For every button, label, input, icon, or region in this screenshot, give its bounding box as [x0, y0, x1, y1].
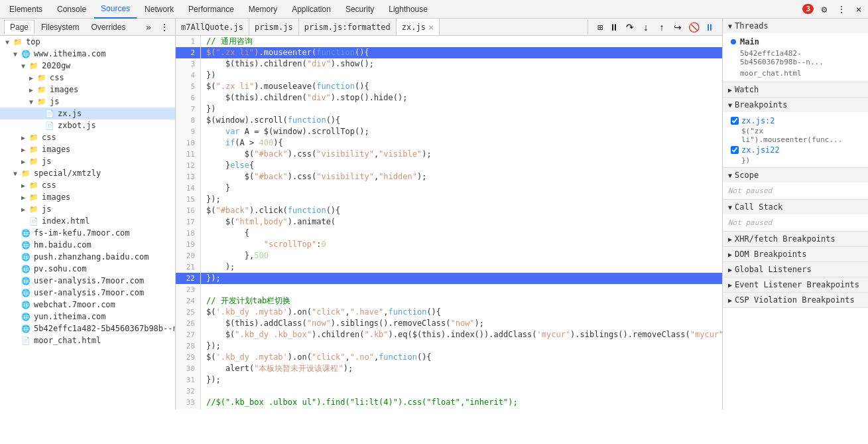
tree-item-css3[interactable]: ▶ 📁 css — [0, 179, 175, 191]
bp-check-1[interactable] — [731, 117, 739, 125]
step-over-btn[interactable]: ↷ — [623, 20, 637, 35]
tree-item-indexhtml[interactable]: ▶ 📄 index.html — [0, 215, 175, 227]
thread-dot-main — [731, 39, 736, 44]
tree-item-yun[interactable]: ▶ 🌐 yun.itheima.com — [0, 311, 175, 323]
tab-application[interactable]: Application — [285, 0, 338, 19]
tree-item-itheima[interactable]: ▼ 🌐 www.itheima.com — [0, 48, 175, 60]
tree-label-2020gw: 2020gw — [42, 61, 70, 70]
bp-check-2[interactable] — [731, 146, 739, 154]
tree-item-zxjs[interactable]: ▶ 📄 zx.js — [0, 108, 175, 119]
tab-sources[interactable]: Sources — [94, 0, 137, 19]
bp-item-2[interactable]: zx.jsi22 — [728, 144, 863, 156]
sub-tab-overrides[interactable]: Overrides — [86, 21, 131, 34]
tree-item-user2[interactable]: ▶ 🌐 user-analysis.7moor.com — [0, 287, 175, 299]
event-header[interactable]: ▶ Event Listener Breakpoints — [723, 277, 868, 292]
tab-lighthouse[interactable]: Lighthouse — [382, 0, 434, 19]
tree-item-images1[interactable]: ▶ 📁 images — [0, 84, 175, 96]
csp-header[interactable]: ▶ CSP Violation Breakpoints — [723, 293, 868, 307]
bp-code-1: $("zx li").mouseenter(func... — [728, 127, 863, 144]
tab-console[interactable]: Console — [50, 0, 93, 19]
scope-header[interactable]: ▼ Scope — [723, 168, 868, 183]
threads-header[interactable]: ▼ Threads — [723, 19, 868, 33]
bp-item-1[interactable]: zx.js:2 — [728, 115, 863, 127]
tab-network[interactable]: Network — [138, 0, 180, 19]
line-num-3: 3 — [176, 58, 201, 70]
watch-header[interactable]: ▶ Watch — [723, 82, 868, 97]
sub-more-icon[interactable]: ⋮ — [158, 21, 171, 34]
file-tab-prism[interactable]: prism.js — [249, 19, 299, 36]
breakpoints-header[interactable]: ▼ Breakpoints — [723, 98, 868, 112]
more-icon[interactable]: ⋮ — [835, 3, 848, 16]
line-content-27: $(".kb_dy .kb_box").children(".kb").eq($… — [201, 329, 722, 340]
tree-item-js1[interactable]: ▼ 📁 js — [0, 96, 175, 108]
tree-item-js3[interactable]: ▶ 📁 js — [0, 203, 175, 215]
tree-item-css2[interactable]: ▶ 📁 css — [0, 131, 175, 143]
sub-tab-page[interactable]: Page — [4, 20, 34, 34]
line-num-17: 17 — [176, 216, 201, 228]
tab-performance[interactable]: Performance — [182, 0, 241, 19]
line-content-15: }); — [201, 194, 722, 205]
code-editor[interactable]: 1 // 通用咨询 2 $(".zx li").mouseenter(funct… — [176, 36, 722, 409]
tab-memory[interactable]: Memory — [242, 0, 284, 19]
file-icon-zxbot: 📄 — [45, 121, 56, 130]
line-num-31: 31 — [176, 374, 201, 386]
tree-label-js1: js — [50, 97, 59, 106]
pause-on-exception-btn[interactable]: ⏸ — [702, 20, 717, 35]
tree-item-baidu[interactable]: ▶ 🌐 hm.baidu.com — [0, 239, 175, 251]
line-content-6: $(this).children("div").stop().hide(); — [201, 92, 722, 104]
tree-item-5b42[interactable]: ▶ 🌐 5b42effc1a482-5b4560367b98b--netmark — [0, 323, 175, 334]
folder-icon-images2: 📁 — [29, 145, 40, 154]
tree-item-zxbotjs[interactable]: ▶ 📄 zxbot.js — [0, 119, 175, 131]
tree-item-css1[interactable]: ▶ 📁 css — [0, 72, 175, 84]
step-btn[interactable]: ↪ — [670, 20, 685, 35]
line-num-24: 24 — [176, 295, 201, 307]
sub-tab-filesystem[interactable]: Filesystem — [36, 21, 84, 34]
code-line-10: 10 if(A > 400){ — [176, 137, 722, 149]
settings-icon[interactable]: ⚙ — [818, 3, 831, 16]
file-tab-m7[interactable]: m7AllQuote.js — [176, 19, 249, 36]
tree-item-webchat[interactable]: ▶ 🌐 webchat.7moor.com — [0, 299, 175, 311]
domain-icon-5b42: 🌐 — [21, 325, 32, 333]
domain-icon-7moor: 🌐 — [21, 229, 32, 238]
callstack-header[interactable]: ▼ Call Stack — [723, 200, 868, 214]
line-content-33: //$(".kb_box .ulbox ul").find("li:lt(4)"… — [201, 397, 722, 408]
format-icon[interactable]: ⊞ — [593, 21, 607, 34]
line-num-10: 10 — [176, 137, 201, 149]
deactivate-btn[interactable]: 🚫 — [686, 20, 701, 35]
tree-arrow-js2: ▶ — [21, 158, 29, 165]
tree-item-push-baidu[interactable]: ▶ 🌐 push.zhanzhang.baidu.com — [0, 251, 175, 263]
tree-label-css1: css — [50, 73, 64, 82]
tree-item-js2[interactable]: ▶ 📁 js — [0, 155, 175, 167]
watch-arrow: ▶ — [728, 86, 732, 94]
line-num-8: 8 — [176, 115, 201, 126]
threads-title: Threads — [735, 21, 769, 31]
thread-main[interactable]: Main — [728, 36, 863, 48]
tree-item-moor[interactable]: ▶ 📄 moor_chat.html — [0, 334, 175, 346]
file-tab-zxjs[interactable]: zx.js × — [397, 19, 440, 36]
line-content-13: $("#back").css("visibility","hidden"); — [201, 171, 722, 183]
tab-security[interactable]: Security — [339, 0, 381, 19]
file-tab-close-zxjs[interactable]: × — [428, 22, 434, 33]
close-icon[interactable]: × — [852, 3, 865, 16]
tree-item-top[interactable]: ▼ 📁 top — [0, 36, 175, 48]
tree-item-images2[interactable]: ▶ 📁 images — [0, 143, 175, 155]
tree-item-images3[interactable]: ▶ 📁 images — [0, 191, 175, 203]
tree-item-sohu[interactable]: ▶ 🌐 pv.sohu.com — [0, 263, 175, 275]
dom-header[interactable]: ▶ DOM Breakpoints — [723, 247, 868, 261]
tree-item-2020gw[interactable]: ▼ 📁 2020gw — [0, 60, 175, 72]
step-into-btn[interactable]: ↓ — [639, 20, 653, 35]
code-line-15: 15 }); — [176, 194, 722, 205]
thread-main-sub: 5b42effc1a482-5b4560367b98b--n... — [728, 48, 863, 68]
file-tab-prism-formatted[interactable]: prism.js:formatted — [299, 19, 397, 36]
global-header[interactable]: ▶ Global Listeners — [723, 262, 868, 277]
tree-item-special[interactable]: ▼ 📁 special/xmtzly — [0, 167, 175, 179]
xhr-header[interactable]: ▶ XHR/fetch Breakpoints — [723, 232, 868, 246]
step-out-btn[interactable]: ↑ — [654, 20, 669, 35]
tree-item-7moor[interactable]: ▶ 🌐 fs-im-kefu.7moor.com — [0, 227, 175, 239]
tab-elements[interactable]: Elements — [3, 0, 49, 19]
pause-debug-btn[interactable]: ⏸ — [607, 20, 621, 35]
line-num-14: 14 — [176, 183, 201, 194]
domain-icon-webchat: 🌐 — [21, 301, 32, 309]
tree-item-user1[interactable]: ▶ 🌐 user-analysis.7moor.com — [0, 275, 175, 287]
more-options-icon[interactable]: » — [142, 21, 155, 34]
